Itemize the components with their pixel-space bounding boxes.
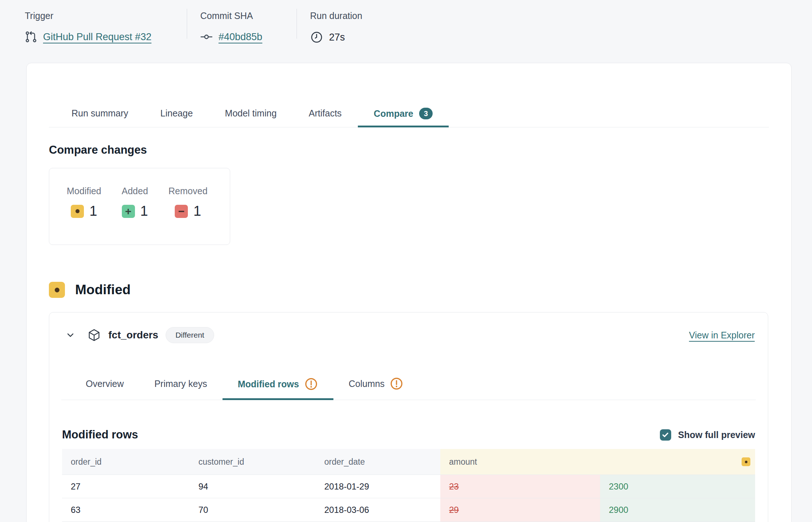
- cell-customer-id: 94: [190, 475, 316, 498]
- modified-column-marker-icon: [742, 457, 750, 466]
- stat-added: Added + 1: [122, 185, 148, 245]
- modified-rows-header: Modified rows Show full preview: [62, 427, 755, 442]
- duration-block: Run duration 27s: [297, 8, 362, 44]
- modified-marker-icon: [71, 205, 84, 218]
- modified-rows-heading: Modified rows: [62, 427, 138, 442]
- model-card-fct-orders: fct_orders Different View in Explorer Ov…: [49, 312, 768, 522]
- column-header-order-id: order_id: [62, 449, 190, 475]
- alert-circle-icon: [304, 377, 318, 391]
- cell-amount-old: 29: [440, 498, 600, 521]
- model-status-badge: Different: [166, 327, 214, 343]
- cell-amount-old: 23: [440, 475, 600, 498]
- view-in-explorer-link[interactable]: View in Explorer: [689, 330, 755, 341]
- old-value: 23: [449, 481, 459, 492]
- tab-label: Model timing: [225, 107, 277, 119]
- commit-icon: [200, 31, 213, 43]
- stat-label: Removed: [169, 185, 208, 197]
- modified-rows-table: order_id customer_id order_date amount 2…: [62, 449, 755, 522]
- show-full-preview-toggle[interactable]: Show full preview: [660, 429, 755, 441]
- duration-label: Run duration: [310, 8, 362, 21]
- change-stats-card: Modified 1 Added + 1 Removed − 1: [49, 168, 230, 245]
- model-subtabs: Overview Primary keys Modified rows Colu…: [61, 366, 756, 400]
- compare-count-badge: 3: [419, 108, 433, 119]
- tab-compare[interactable]: Compare 3: [358, 90, 449, 127]
- stat-value: 1: [89, 203, 97, 219]
- old-value: 29: [449, 505, 459, 515]
- duration-value: 27s: [329, 32, 345, 43]
- pull-request-icon: [25, 31, 37, 43]
- stat-removed: Removed − 1: [169, 185, 208, 245]
- tab-label: Run summary: [71, 107, 128, 119]
- commit-block: Commit SHA #40bd85b: [187, 8, 297, 43]
- column-header-order-date: order_date: [316, 449, 440, 475]
- tab-artifacts[interactable]: Artifacts: [293, 90, 357, 127]
- subtab-columns[interactable]: Columns: [333, 366, 419, 400]
- package-icon: [87, 328, 101, 342]
- tab-model-timing[interactable]: Model timing: [209, 90, 293, 127]
- cell-order-date: 2018-01-29: [316, 475, 440, 498]
- stat-modified: Modified 1: [67, 185, 101, 245]
- subtab-label: Columns: [349, 377, 385, 390]
- show-full-preview-label: Show full preview: [678, 430, 755, 440]
- cell-customer-id: 70: [190, 498, 316, 521]
- column-header-label: amount: [449, 457, 477, 467]
- column-header-amount: amount: [440, 449, 755, 475]
- trigger-block: Trigger GitHub Pull Request #32: [25, 8, 187, 43]
- tab-run-summary[interactable]: Run summary: [55, 90, 144, 127]
- added-marker-icon: +: [122, 205, 135, 218]
- cell-amount-new: 2900: [600, 498, 755, 521]
- subtab-label: Modified rows: [238, 378, 299, 390]
- tab-label: Compare: [374, 107, 413, 120]
- subtab-label: Overview: [86, 377, 124, 390]
- model-name: fct_orders: [108, 329, 158, 341]
- cell-order-id: 27: [62, 475, 190, 498]
- removed-marker-icon: −: [175, 205, 188, 218]
- tab-label: Artifacts: [309, 107, 341, 119]
- cell-order-date: 2018-03-06: [316, 498, 440, 521]
- modified-section-icon: [49, 282, 65, 298]
- subtab-modified-rows[interactable]: Modified rows: [223, 366, 333, 400]
- chevron-down-icon[interactable]: [65, 330, 76, 340]
- alert-circle-icon: [390, 377, 403, 391]
- trigger-label: Trigger: [25, 8, 187, 21]
- cell-amount-new: 2300: [600, 475, 755, 498]
- run-detail-card: Run summary Lineage Model timing Artifac…: [26, 63, 792, 522]
- run-meta-header: Trigger GitHub Pull Request #32 Commit S…: [25, 8, 362, 44]
- commit-label: Commit SHA: [200, 8, 297, 21]
- modified-section-header: Modified: [49, 282, 769, 298]
- cell-order-id: 63: [62, 498, 190, 521]
- clock-icon: [310, 31, 323, 44]
- stat-value: 1: [193, 203, 201, 219]
- modified-section-title: Modified: [75, 282, 131, 298]
- trigger-link[interactable]: GitHub Pull Request #32: [43, 31, 151, 43]
- stat-value: 1: [140, 203, 148, 219]
- subtab-label: Primary keys: [154, 377, 207, 390]
- compare-changes-heading: Compare changes: [49, 142, 769, 158]
- tab-lineage[interactable]: Lineage: [144, 90, 209, 127]
- stat-label: Added: [122, 185, 148, 197]
- subtab-primary-keys[interactable]: Primary keys: [139, 366, 222, 400]
- commit-sha-link[interactable]: #40bd85b: [219, 31, 262, 43]
- subtab-overview[interactable]: Overview: [70, 366, 139, 400]
- tab-label: Lineage: [161, 107, 193, 119]
- stat-label: Modified: [67, 185, 101, 197]
- checkbox-checked-icon[interactable]: [660, 429, 671, 441]
- column-header-customer-id: customer_id: [190, 449, 316, 475]
- run-tabs: Run summary Lineage Model timing Artifac…: [49, 90, 769, 127]
- model-card-header: fct_orders Different View in Explorer: [49, 312, 768, 344]
- screen: Trigger GitHub Pull Request #32 Commit S…: [0, 0, 812, 522]
